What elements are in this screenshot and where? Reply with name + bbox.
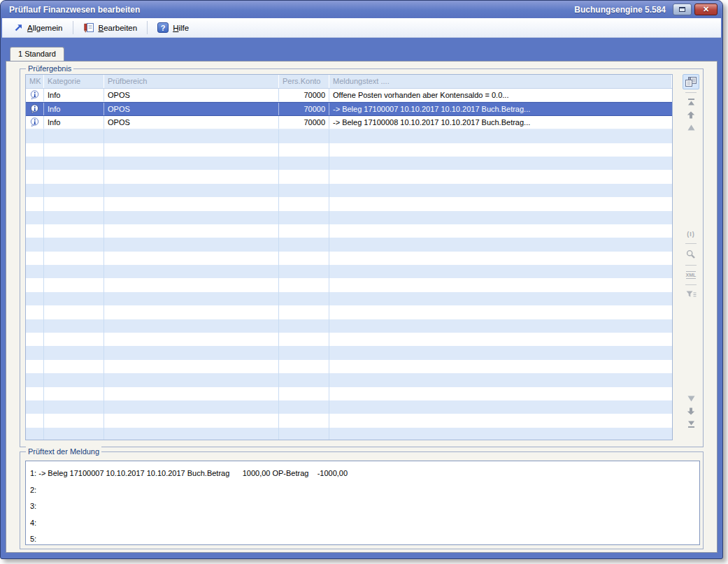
result-group-title: Prüfergebnis bbox=[26, 64, 73, 74]
column-header-mk[interactable]: MK bbox=[26, 75, 44, 88]
tab-standard[interactable]: 1 Standard bbox=[10, 47, 64, 61]
empty-row bbox=[26, 305, 672, 319]
column-header-perskonto[interactable]: Pers.Konto bbox=[279, 75, 329, 88]
close-button[interactable]: ✕ bbox=[694, 3, 718, 15]
empty-row bbox=[26, 387, 672, 400]
separator bbox=[685, 284, 697, 285]
table-row[interactable]: Info OPOS 70000 -> Beleg 17100008 10.10.… bbox=[26, 116, 672, 129]
message-line-1: 1: -> Beleg 17100007 10.10.2017 10.10.20… bbox=[30, 465, 699, 482]
search-icon[interactable] bbox=[686, 250, 696, 259]
edit-notepad-icon bbox=[83, 22, 94, 33]
go-last-icon[interactable] bbox=[687, 421, 695, 428]
message-group-title: Prüftext der Meldung bbox=[26, 447, 101, 457]
empty-row bbox=[26, 414, 672, 427]
column-header-kategorie[interactable]: Kategorie bbox=[44, 75, 104, 88]
empty-row bbox=[26, 373, 672, 386]
column-header-pruefbereich[interactable]: Prüfbereich bbox=[104, 75, 279, 88]
empty-row bbox=[26, 224, 672, 238]
form-view-icon bbox=[685, 77, 697, 87]
titlebar: Prüflauf Finanzwesen bearbeiten Buchungs… bbox=[1, 1, 722, 18]
message-groupbox: Prüftext der Meldung 1: -> Beleg 1710000… bbox=[20, 451, 704, 549]
cell-perskonto: 70000 bbox=[279, 103, 329, 115]
table-row[interactable]: Info OPOS 70000 Offene Posten vorhanden … bbox=[26, 89, 672, 102]
empty-row bbox=[26, 292, 672, 305]
table-row-selected[interactable]: Info OPOS 70000 -> Beleg 17100007 10.10.… bbox=[26, 102, 672, 115]
cell-meldungstext: -> Beleg 17100008 10.10.2017 10.10.2017 … bbox=[329, 116, 672, 129]
cell-perskonto: 70000 bbox=[279, 116, 329, 129]
empty-row bbox=[26, 265, 672, 278]
empty-row bbox=[26, 211, 672, 224]
content-panel: Prüfergebnis MK Kategorie Prüfbereich Pe… bbox=[6, 61, 718, 553]
empty-row bbox=[26, 197, 672, 210]
message-line-2: 2: bbox=[30, 482, 699, 499]
result-groupbox: Prüfergebnis MK Kategorie Prüfbereich Pe… bbox=[20, 68, 704, 447]
close-icon: ✕ bbox=[703, 5, 709, 14]
minimize-icon bbox=[679, 7, 685, 12]
message-line-5: 5: bbox=[30, 531, 699, 548]
empty-row bbox=[26, 170, 672, 183]
separator bbox=[685, 243, 697, 244]
filter-icon[interactable] bbox=[686, 291, 697, 298]
cell-pruefbereich: OPOS bbox=[104, 89, 279, 101]
empty-row bbox=[26, 157, 672, 170]
bearbeiten-button[interactable]: Bearbeiten bbox=[77, 20, 144, 36]
minimize-button[interactable] bbox=[673, 3, 692, 15]
field-info-icon[interactable]: (I) bbox=[687, 231, 695, 238]
separator bbox=[685, 265, 697, 266]
cell-kategorie: Info bbox=[44, 89, 104, 101]
message-text-box: 1: -> Beleg 17100007 10.10.2017 10.10.20… bbox=[25, 461, 700, 545]
cell-meldungstext: -> Beleg 17100007 10.10.2017 10.10.2017 … bbox=[329, 103, 672, 115]
empty-row bbox=[26, 184, 672, 197]
empty-row bbox=[26, 252, 672, 265]
empty-row bbox=[26, 333, 672, 346]
page-down-icon[interactable] bbox=[687, 407, 695, 415]
form-view-button[interactable] bbox=[683, 74, 699, 89]
message-line-4: 4: bbox=[30, 515, 699, 532]
empty-row bbox=[26, 428, 672, 440]
empty-row bbox=[26, 400, 672, 414]
column-header-meldungstext[interactable]: Meldungstext .... bbox=[329, 75, 672, 88]
empty-row bbox=[26, 346, 672, 359]
go-previous-icon[interactable] bbox=[687, 124, 695, 131]
empty-row bbox=[26, 238, 672, 251]
empty-row bbox=[26, 360, 672, 373]
hilfe-label: Hilfe bbox=[173, 24, 189, 32]
help-icon: ? bbox=[157, 22, 169, 33]
result-table: MK Kategorie Prüfbereich Pers.Konto Meld… bbox=[25, 74, 673, 440]
toolbar-separator bbox=[73, 21, 73, 34]
info-icon bbox=[26, 116, 44, 129]
empty-row bbox=[26, 278, 672, 291]
table-header: MK Kategorie Prüfbereich Pers.Konto Meld… bbox=[26, 75, 672, 89]
tab-bar: 1 Standard bbox=[10, 47, 722, 61]
cell-perskonto: 70000 bbox=[279, 89, 329, 101]
empty-rows bbox=[26, 129, 672, 440]
empty-row bbox=[26, 143, 672, 157]
allgemein-label: Allgemein bbox=[27, 24, 63, 32]
message-line-3: 3: bbox=[30, 498, 699, 515]
cell-meldungstext: Offene Posten vorhanden aber Kontensaldo… bbox=[329, 89, 672, 101]
xml-export-icon[interactable]: XML bbox=[686, 271, 697, 279]
app-window: Prüflauf Finanzwesen bearbeiten Buchungs… bbox=[0, 0, 723, 559]
separator bbox=[685, 92, 697, 93]
page-up-icon[interactable] bbox=[687, 111, 695, 119]
cell-pruefbereich: OPOS bbox=[104, 103, 279, 115]
go-first-icon[interactable] bbox=[687, 99, 695, 106]
empty-row bbox=[26, 319, 672, 333]
toolbar-separator bbox=[147, 21, 148, 34]
info-icon bbox=[26, 89, 44, 101]
cell-kategorie: Info bbox=[44, 103, 104, 115]
bearbeiten-label: Bearbeiten bbox=[99, 24, 138, 32]
hilfe-button[interactable]: ? Hilfe bbox=[151, 20, 195, 36]
window-title: Prüflauf Finanzwesen bearbeiten bbox=[9, 5, 140, 15]
app-version: Buchungsengine 5.584 bbox=[574, 5, 666, 15]
allgemein-button[interactable]: Allgemein bbox=[8, 20, 69, 35]
info-icon bbox=[26, 103, 44, 115]
window-background-strip bbox=[1, 38, 722, 47]
cell-pruefbereich: OPOS bbox=[104, 116, 279, 129]
main-toolbar: Allgemein Bearbeiten ? Hilfe bbox=[2, 18, 721, 38]
grid-side-toolbar: (I) XML bbox=[682, 74, 700, 440]
cell-kategorie: Info bbox=[44, 116, 104, 129]
empty-row bbox=[26, 129, 672, 143]
go-next-icon[interactable] bbox=[687, 396, 695, 402]
nav-arrow-up-right-icon bbox=[14, 23, 23, 32]
